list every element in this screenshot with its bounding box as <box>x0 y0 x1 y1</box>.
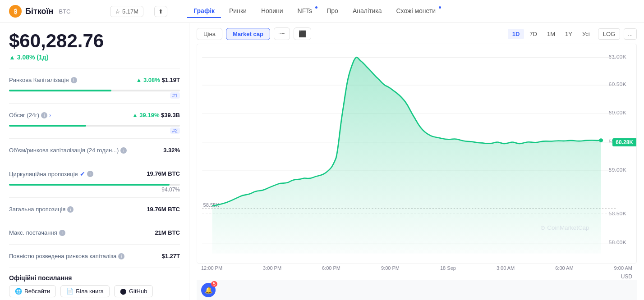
usd-label: USD <box>197 273 637 280</box>
website-link[interactable]: 🌐 Вебсайти <box>9 285 56 297</box>
github-link[interactable]: ⬤ GitHub <box>114 285 153 297</box>
volume-row: Обсяг (24г) i › ▲ 39.19% $39.3B <box>9 108 180 122</box>
price-chart: 61.00K 60.50K 60.00K 59.50K 59.00K 58.50… <box>197 44 636 263</box>
market-cap-label: Ринкова Капіталізація i <box>9 77 77 83</box>
document-icon: 📄 <box>66 288 74 295</box>
market-cap-info-icon[interactable]: i <box>71 77 77 83</box>
fully-diluted-info-icon[interactable]: i <box>118 253 124 259</box>
total-supply-label: Загальна пропозиція i <box>9 206 74 213</box>
market-cap-row: Ринкова Капіталізація i ▲ 3.08% $1.19T <box>9 73 180 87</box>
circulating-progress-bar <box>9 184 180 186</box>
current-price-label: 60.28K <box>612 138 636 146</box>
volume-expand-icon[interactable]: › <box>49 112 51 118</box>
volume-info-icon[interactable]: i <box>41 112 47 118</box>
star-icon: ☆ <box>115 8 120 15</box>
links-row: 🌐 Вебсайти 📄 Біла книга ⬤ GitHub <box>9 285 180 297</box>
vol-mktcap-label: Об'єм/ринкова капіталізація (24 годин...… <box>9 147 127 154</box>
volume-rank: #2 <box>9 127 180 134</box>
circulating-pct: 94.07% <box>9 186 180 193</box>
volume-progress-bar <box>9 125 180 127</box>
max-supply-value: 21M BTC <box>155 229 180 236</box>
time-1d[interactable]: 1D <box>508 29 524 39</box>
current-price: $60,282.76 <box>9 30 180 52</box>
whitepaper-link[interactable]: 📄 Біла книга <box>60 285 110 297</box>
candle-chart-button[interactable]: ⬛ <box>294 27 311 40</box>
total-supply-row: Загальна пропозиція i 19.76M BTC <box>9 202 180 216</box>
coin-ticker: BTC <box>59 8 70 15</box>
bitcoin-icon: ₿ <box>9 5 22 18</box>
bottom-bar: 🔔 5 <box>197 280 637 300</box>
svg-text:58.50K: 58.50K <box>609 211 626 217</box>
marketcap-tab-button[interactable]: Market cap <box>226 28 270 40</box>
svg-text:58.00K: 58.00K <box>609 239 626 245</box>
circulating-label: Циркуляційна пропозиція ✔ i <box>9 170 93 177</box>
circulating-info-icon[interactable]: i <box>87 171 93 177</box>
github-icon: ⬤ <box>120 288 127 295</box>
svg-text:60.50K: 60.50K <box>609 81 626 87</box>
max-supply-info-icon[interactable]: i <box>59 230 65 236</box>
time-buttons: 1D 7D 1M 1Y Усі <box>508 29 594 39</box>
price-change: ▲ 3.08% (1д) <box>9 54 180 61</box>
share-icon: ⬆ <box>158 8 163 15</box>
market-cap-rank: #1 <box>9 92 180 99</box>
market-cap-value: ▲ 3.08% $1.19T <box>136 77 180 83</box>
fully-diluted-label: Повністю розведена ринкова капіталіза i <box>9 253 124 259</box>
left-panel: $60,282.76 ▲ 3.08% (1д) Ринкова Капіталі… <box>0 23 189 300</box>
circulating-row: Циркуляційна пропозиція ✔ i 19.76M BTC <box>9 167 180 181</box>
circulating-value: 19.76M BTC <box>147 170 180 177</box>
more-button[interactable]: ... <box>624 28 637 40</box>
total-supply-value: 19.76M BTC <box>147 206 180 213</box>
alerts-container: 🔔 5 <box>201 283 216 297</box>
vol-mktcap-info-icon[interactable]: i <box>120 147 127 154</box>
official-links-title: Офіційні посилання <box>9 274 180 282</box>
time-all[interactable]: Усі <box>578 29 594 39</box>
tab-grafik[interactable]: Графік <box>187 5 221 18</box>
volume-value: ▲ 39.19% $39.3B <box>132 112 180 118</box>
share-button[interactable]: ⬆ <box>154 6 167 17</box>
chart-controls: Ціна Market cap 〰 ⬛ 1D 7D 1M 1Y Усі LOG … <box>197 27 637 40</box>
top-navigation: ₿ Біткоїн BTC ☆ 5.17M ⬆ Графік Ринки Нов… <box>0 0 644 23</box>
tab-novyny[interactable]: Новини <box>255 5 290 18</box>
svg-text:59.00K: 59.00K <box>609 167 626 173</box>
volume-label: Обсяг (24г) i › <box>9 112 51 118</box>
globe-icon: 🌐 <box>15 288 22 295</box>
vol-mktcap-row: Об'єм/ринкова капіталізація (24 годин...… <box>9 143 180 157</box>
time-1y[interactable]: 1Y <box>561 29 577 39</box>
tab-analityka[interactable]: Аналітика <box>346 5 388 18</box>
circulating-progress-fill <box>9 184 170 186</box>
tab-navigation: Графік Ринки Новини NFTs Про Аналітика С… <box>187 5 442 18</box>
total-supply-info-icon[interactable]: i <box>67 206 74 213</box>
market-cap-progress-fill <box>9 90 111 91</box>
vol-mktcap-value: 3.32% <box>163 147 180 154</box>
svg-text:60.00K: 60.00K <box>609 110 626 116</box>
market-cap-progress-bar <box>9 90 180 91</box>
coin-name: Біткоїн <box>25 7 53 16</box>
line-chart-button[interactable]: 〰 <box>274 27 290 40</box>
fully-diluted-row: Повністю розведена ринкова капіталіза i … <box>9 249 180 263</box>
x-axis-labels: 12:00 PM 3:00 PM 6:00 PM 9:00 PM 18 Sep … <box>197 264 637 273</box>
watchlist-count: 5.17M <box>122 8 138 15</box>
tab-rynky[interactable]: Ринки <box>223 5 253 18</box>
svg-point-16 <box>599 138 603 142</box>
tab-nfts[interactable]: NFTs <box>291 5 319 18</box>
tab-similar[interactable]: Схожі монети <box>390 5 442 18</box>
max-supply-row: Макс. постачання i 21M BTC <box>9 226 180 240</box>
price-tab-button[interactable]: Ціна <box>197 28 222 40</box>
time-1m[interactable]: 1M <box>543 29 560 39</box>
coin-identity: ₿ Біткоїн BTC <box>9 5 99 18</box>
time-7d[interactable]: 7D <box>525 29 542 39</box>
svg-text:61.00K: 61.00K <box>609 54 626 60</box>
right-panel: Ціна Market cap 〰 ⬛ 1D 7D 1M 1Y Усі LOG … <box>189 23 644 300</box>
log-button[interactable]: LOG <box>598 28 620 40</box>
volume-progress-fill <box>9 125 86 127</box>
fully-diluted-value: $1.27T <box>162 253 180 259</box>
chart-area: 61.00K 60.50K 60.00K 59.50K 59.00K 58.50… <box>197 44 637 264</box>
alerts-count: 5 <box>211 281 217 287</box>
max-supply-label: Макс. постачання i <box>9 229 65 236</box>
watchlist-button[interactable]: ☆ 5.17M <box>110 6 143 17</box>
tab-pro[interactable]: Про <box>320 5 345 18</box>
verified-icon: ✔ <box>80 170 85 177</box>
svg-text:⊙ CoinMarketCap: ⊙ CoinMarketCap <box>540 224 589 231</box>
main-content: $60,282.76 ▲ 3.08% (1д) Ринкова Капіталі… <box>0 23 644 300</box>
